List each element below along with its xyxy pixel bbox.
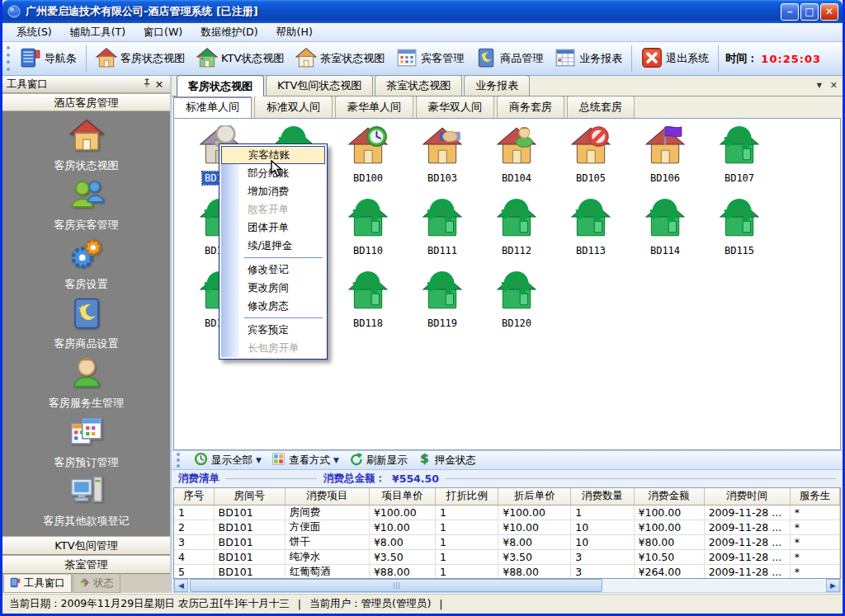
table-row[interactable]: 5BD101红葡萄酒¥88.001¥88.003¥264.002009-11-2… xyxy=(174,564,840,579)
table-row[interactable]: 2BD101方便面¥10.001¥10.0010¥100.002009-11-2… xyxy=(174,520,840,534)
room-BD120[interactable]: BD120 xyxy=(479,270,554,330)
column-header-7[interactable]: 消费金额 xyxy=(634,488,704,505)
menu-item-0[interactable]: 系统(S) xyxy=(7,23,61,42)
room-type-tab-5[interactable]: 总统套房 xyxy=(567,96,635,118)
column-header-2[interactable]: 消费项目 xyxy=(285,488,369,505)
room-BD119[interactable]: BD119 xyxy=(405,270,479,330)
room-BD115[interactable]: BD115 xyxy=(702,198,777,257)
menu-item-1[interactable]: 辅助工具(T) xyxy=(61,23,135,42)
action-button-2[interactable]: 刷新显示 xyxy=(349,452,408,468)
room-BD104[interactable]: BD104 xyxy=(479,125,554,185)
menu-item-3[interactable]: 数据维护(D) xyxy=(191,23,267,42)
context-menu-item-5[interactable]: 续/退押金 xyxy=(221,237,325,255)
sidebar-section-1[interactable]: 茶室管理 xyxy=(2,555,170,574)
toolbar-button-5[interactable]: 商品管理 xyxy=(470,45,549,73)
actionbar-grip[interactable] xyxy=(177,453,181,468)
sidebar-item-2[interactable]: 客房设置 xyxy=(65,237,108,292)
pin-icon[interactable] xyxy=(139,78,153,91)
toolbar-button-4[interactable]: 宾客管理 xyxy=(390,45,470,73)
minimize-button[interactable]: － xyxy=(781,3,799,21)
context-menu-item-4[interactable]: 团体开单 xyxy=(221,219,325,237)
room-BD100[interactable]: BD100 xyxy=(331,125,405,185)
toolbar-button-2[interactable]: KTV状态视图 xyxy=(191,45,290,73)
room-BD118[interactable]: BD118 xyxy=(331,270,405,330)
view-tab-1[interactable]: KTV包间状态视图 xyxy=(266,75,373,96)
room-BD113[interactable]: BD113 xyxy=(554,198,628,257)
column-header-5[interactable]: 折后单价 xyxy=(498,488,571,505)
context-menu-item-11[interactable]: 宾客预定 xyxy=(221,321,325,339)
column-header-0[interactable]: 序号 xyxy=(174,488,214,505)
scroll-left-icon[interactable]: ◀ xyxy=(174,579,188,592)
room-BD111[interactable]: BD111 xyxy=(405,198,479,257)
context-menu-item-9[interactable]: 修改房态 xyxy=(221,297,325,315)
status-diamond-icon xyxy=(79,577,90,590)
column-header-8[interactable]: 消费时间 xyxy=(704,488,790,505)
column-header-1[interactable]: 房间号 xyxy=(214,488,285,505)
room-type-tab-1[interactable]: 标准双人间 xyxy=(254,96,333,118)
tab-close-icon[interactable]: ✕ xyxy=(830,80,838,91)
sidebar-item-6[interactable]: 客房其他款项登记 xyxy=(44,473,130,529)
scrollbar-thumb[interactable] xyxy=(190,579,602,592)
column-header-6[interactable]: 消费数量 xyxy=(571,488,634,505)
toolbar-button-0[interactable]: 导航条 xyxy=(14,45,83,73)
room-BD114[interactable]: BD114 xyxy=(628,198,702,257)
sidebar-item-3[interactable]: 客房商品设置 xyxy=(54,296,119,351)
table-row[interactable]: 3BD101饼干¥8.001¥8.0010¥80.002009-11-28 ..… xyxy=(174,534,840,549)
view-tab-0[interactable]: 客房状态视图 xyxy=(177,75,264,96)
room-BD110[interactable]: BD110 xyxy=(331,198,405,257)
menu-item-2[interactable]: 窗口(W) xyxy=(135,23,191,42)
scroll-right-icon[interactable]: ▶ xyxy=(826,579,840,592)
column-header-9[interactable]: 服务生 xyxy=(790,488,839,505)
time-label: 时间： xyxy=(725,51,758,66)
room-status-icon-vacant xyxy=(496,270,537,314)
consumption-table: 序号房间号消费项目项目单价打折比例折后单价消费数量消费金额消费时间服务生1BD1… xyxy=(174,488,840,579)
sidebar-bottom-tab-1[interactable]: 状态 xyxy=(73,575,120,593)
action-button-3[interactable]: $押金状态 xyxy=(418,452,476,468)
sidebar-bottom-tab-0[interactable]: 工具窗口 xyxy=(3,575,72,593)
room-BD103[interactable]: BD103 xyxy=(405,125,479,185)
horizontal-scrollbar[interactable]: ◀ ▶ xyxy=(173,579,841,593)
toolbar-grip[interactable] xyxy=(7,46,11,71)
time-value: 10:25:03 xyxy=(761,53,821,65)
sidebar-section-hotel-rooms[interactable]: 酒店客房管理 xyxy=(2,93,170,111)
action-button-1[interactable]: 查看方式▼ xyxy=(271,452,339,468)
tab-dropdown-icon[interactable]: ▼ xyxy=(817,82,822,89)
column-header-3[interactable]: 项目单价 xyxy=(369,488,435,505)
toolbar-button-3[interactable]: 茶室状态视图 xyxy=(290,45,390,73)
sidebar-item-4[interactable]: 客房服务生管理 xyxy=(49,355,124,411)
action-button-0[interactable]: 显示全部▼ xyxy=(194,452,262,468)
toolbar-button-6[interactable]: 业务报表 xyxy=(549,45,628,73)
status-segment-0: 当前日期：2009年11月29日星期日 农历己丑[牛]年十月十三 xyxy=(9,597,290,611)
table-row[interactable]: 1BD101房间费¥100.001¥100.001¥100.002009-11-… xyxy=(174,505,840,520)
room-BD107[interactable]: BD107 xyxy=(702,125,777,185)
view-tab-3[interactable]: 业务报表 xyxy=(464,75,530,96)
toolbar-button-label: 业务报表 xyxy=(579,51,622,66)
room-BD105[interactable]: BD105 xyxy=(554,125,628,185)
maximize-button[interactable]: □ xyxy=(800,3,819,21)
toolbar-button-1[interactable]: 客房状态视图 xyxy=(90,45,191,73)
column-header-4[interactable]: 打折比例 xyxy=(436,488,498,505)
table-row[interactable]: 4BD101纯净水¥3.501¥3.503¥10.502009-11-28 ..… xyxy=(174,549,840,564)
sidebar-item-0[interactable]: 客房状态视图 xyxy=(54,118,119,173)
room-type-tab-4[interactable]: 商务套房 xyxy=(497,96,564,118)
cell: 1 xyxy=(436,520,498,534)
room-type-tab-0[interactable]: 标准单人间 xyxy=(173,96,252,118)
context-menu-item-7[interactable]: 修改登记 xyxy=(221,261,325,279)
room-type-tab-2[interactable]: 豪华单人间 xyxy=(335,96,413,118)
room-label: BD112 xyxy=(499,244,534,257)
room-BD112[interactable]: BD112 xyxy=(479,198,554,257)
context-menu-item-2[interactable]: 增加消费 xyxy=(221,182,325,200)
scrollbar-track[interactable] xyxy=(602,579,826,592)
context-menu-item-8[interactable]: 更改房间 xyxy=(221,279,325,297)
sidebar-section-0[interactable]: KTV包间管理 xyxy=(2,536,170,555)
sidebar-close-icon[interactable]: ✕ xyxy=(153,78,166,91)
room-type-tab-3[interactable]: 豪华双人间 xyxy=(416,96,494,118)
view-tab-2[interactable]: 茶室状态视图 xyxy=(375,75,462,96)
sidebar-item-1[interactable]: 客房宾客管理 xyxy=(54,177,119,233)
sidebar-item-5[interactable]: 客房预订管理 xyxy=(54,415,119,470)
toolbar-button-7[interactable]: 退出系统 xyxy=(635,45,715,73)
close-button[interactable]: ✕ xyxy=(820,3,838,21)
toolbar-button-label: 宾客管理 xyxy=(421,51,464,66)
room-BD106[interactable]: BD106 xyxy=(628,125,702,185)
menu-item-4[interactable]: 帮助(H) xyxy=(267,23,322,42)
